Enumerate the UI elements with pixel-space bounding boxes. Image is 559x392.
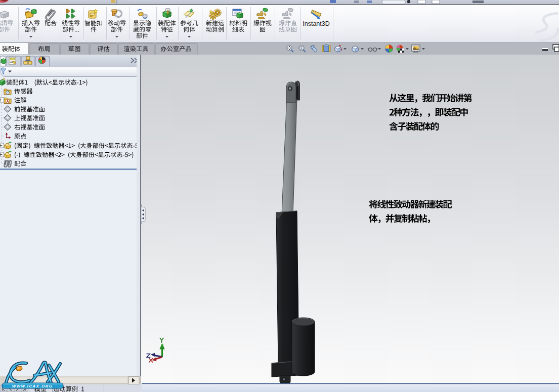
svg-text:Instant3D: Instant3D [303, 20, 330, 27]
svg-text:WWW.ICAX.ORG: WWW.ICAX.ORG [12, 384, 53, 388]
